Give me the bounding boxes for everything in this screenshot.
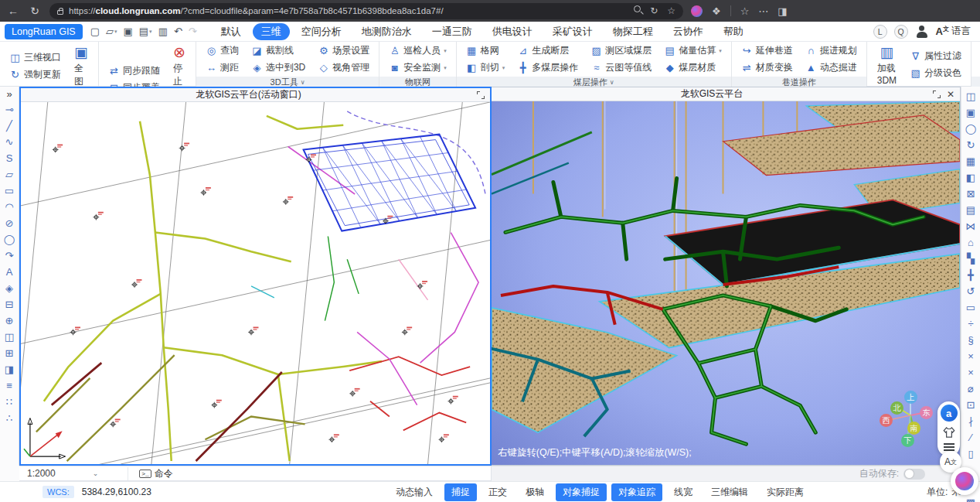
gizmo-down[interactable]: 下 bbox=[901, 434, 914, 447]
menu-tab-5[interactable]: 供电设计 bbox=[484, 23, 541, 40]
undo-icon[interactable]: ↶ bbox=[174, 26, 182, 37]
extend-line-icon[interactable]: ∕ bbox=[963, 429, 979, 446]
align-left-tool[interactable]: ⊟ bbox=[2, 296, 18, 312]
ribbon-button-grid[interactable]: ▦格网 bbox=[464, 43, 507, 58]
status-toggle-8[interactable]: 实际距离 bbox=[760, 483, 811, 501]
ribbon-button-cutting-line[interactable]: ◪截割线 bbox=[250, 43, 307, 58]
draw-rectangle-tool[interactable]: ▭ bbox=[2, 183, 18, 199]
orbit-icon[interactable]: ◯ bbox=[963, 121, 979, 137]
user-q-badge[interactable]: Q bbox=[894, 25, 908, 39]
menu-tab-4[interactable]: 一通三防 bbox=[424, 23, 481, 40]
ribbon-button-scene-settings[interactable]: ⚙场景设置 bbox=[316, 43, 371, 58]
status-toggle-0[interactable]: 动态输入 bbox=[389, 483, 440, 501]
assistant-logo-icon[interactable]: a bbox=[941, 405, 958, 422]
gizmo-west[interactable]: 西 bbox=[880, 414, 893, 427]
ribbon-button-multi-seam[interactable]: ╋多煤层操作 bbox=[516, 60, 580, 75]
ribbon-button-reserve-estimate[interactable]: ▤储量估算▾ bbox=[662, 43, 723, 58]
language-button[interactable]: A文语言 bbox=[936, 25, 971, 38]
maximize-icon[interactable] bbox=[932, 90, 941, 99]
ribbon-button-extend-tunnel[interactable]: ↪延伸巷道 bbox=[740, 43, 795, 58]
rotate-icon[interactable]: ↺ bbox=[963, 283, 979, 299]
draw-point-tool[interactable]: ⊸ bbox=[2, 101, 18, 118]
gizmo-up[interactable]: 上 bbox=[904, 391, 917, 404]
collections-icon[interactable]: ☆ bbox=[740, 5, 750, 17]
print-icon[interactable]: ▥ bbox=[158, 26, 168, 37]
clip-cube-icon[interactable]: ◧ bbox=[963, 169, 979, 186]
break-line-icon[interactable]: ∤ bbox=[963, 413, 979, 429]
status-toggle-5[interactable]: 对象追踪 bbox=[611, 483, 662, 501]
align-top-tool[interactable]: ◫ bbox=[2, 329, 18, 345]
ribbon-button-query[interactable]: ◎查询 bbox=[204, 43, 240, 58]
profile-sidebar-icon[interactable]: ◨ bbox=[778, 5, 787, 17]
move-icon[interactable]: ╋ bbox=[963, 267, 979, 283]
gizmo-south[interactable]: 南 bbox=[907, 422, 920, 435]
ribbon-button-measure-distance[interactable]: ↔测距 bbox=[204, 60, 240, 75]
ribbon-button-excavation-plan[interactable]: ∩掘进规划 bbox=[804, 43, 859, 58]
redo-icon[interactable]: ↷ bbox=[189, 26, 197, 37]
status-toggle-1[interactable]: 捕捉 bbox=[444, 483, 477, 501]
ribbon-button-measure-region-seam[interactable]: ▨测区域煤层 bbox=[589, 43, 653, 58]
menu-tab-6[interactable]: 采矿设计 bbox=[544, 23, 601, 40]
draw-text-tool[interactable]: A bbox=[2, 264, 18, 280]
menu-tab-2[interactable]: 空间分析 bbox=[293, 23, 350, 40]
ribbon-button-section-cut[interactable]: ◧剖切▾ bbox=[464, 60, 507, 75]
draw-circle-tool[interactable]: ⊘ bbox=[2, 215, 18, 231]
ribbon-button-sync-follow[interactable]: ⇄同步跟随 bbox=[107, 63, 162, 78]
align-middle-tool[interactable]: ⊞ bbox=[2, 345, 18, 361]
map-grid-icon[interactable]: ▦ bbox=[963, 153, 979, 169]
measure-icon[interactable]: ⌀ bbox=[963, 381, 979, 397]
divide-icon[interactable]: ÷ bbox=[963, 316, 979, 332]
draw-line-tool[interactable]: ╱ bbox=[2, 118, 18, 134]
open-file-icon[interactable]: ▱▾ bbox=[106, 26, 117, 37]
gizmo-north[interactable]: 北 bbox=[890, 401, 903, 415]
zoom-page-icon[interactable] bbox=[634, 5, 641, 12]
ribbon-button-full-extent[interactable]: ▣全图 bbox=[72, 43, 90, 88]
draw-arc-reverse-tool[interactable]: ↷ bbox=[2, 248, 18, 264]
account-icon[interactable] bbox=[915, 25, 929, 39]
maximize-icon[interactable] bbox=[476, 90, 485, 100]
delete-icon[interactable]: ⊠ bbox=[963, 186, 979, 202]
panel-expander-icon[interactable]: » bbox=[6, 88, 12, 101]
menu-tab-0[interactable]: 默认 bbox=[213, 23, 250, 40]
bookmark-star-icon[interactable]: ☆ bbox=[667, 5, 675, 16]
ribbon-button-view-manager[interactable]: ◇视角管理 bbox=[316, 60, 371, 75]
status-toggle-4[interactable]: 对象捕捉 bbox=[556, 483, 607, 501]
address-bar[interactable]: https://cloud.longruan.com/?cmd=cloudfil… bbox=[49, 3, 683, 19]
brain-extension-icon[interactable] bbox=[691, 5, 703, 17]
extension-fab-button[interactable] bbox=[951, 467, 978, 495]
spring-icon[interactable]: § bbox=[963, 332, 979, 348]
stretch-rect-icon[interactable]: ▭ bbox=[963, 299, 979, 316]
autosave-toggle[interactable] bbox=[903, 469, 925, 480]
crop-region-icon[interactable]: ⊡ bbox=[963, 397, 979, 413]
status-toggle-7[interactable]: 三维编辑 bbox=[704, 483, 755, 501]
hatch-tool[interactable]: ◈ bbox=[2, 280, 18, 296]
full-extent-icon[interactable]: ▣ bbox=[963, 104, 979, 121]
status-toggle-6[interactable]: 线宽 bbox=[667, 483, 699, 501]
array-icon[interactable]: ▚ bbox=[963, 251, 979, 267]
draw-revcloud-tool[interactable]: ◯ bbox=[2, 231, 18, 248]
ribbon-button-seam-material[interactable]: ◆煤层材质 bbox=[662, 60, 723, 75]
back-icon[interactable]: ← bbox=[6, 5, 20, 17]
extend-trim-icon[interactable]: × bbox=[963, 364, 979, 381]
trim-icon[interactable]: × bbox=[963, 348, 979, 364]
extensions-puzzle-icon[interactable]: ❖ bbox=[712, 5, 721, 17]
close-icon[interactable]: ✕ bbox=[946, 90, 955, 99]
viewport-3d-icon[interactable]: ◫ bbox=[963, 88, 979, 104]
chevron-down-icon[interactable]: ∨ bbox=[610, 79, 614, 86]
chevron-down-icon[interactable]: ⌄ bbox=[93, 470, 99, 477]
menu-tab-8[interactable]: 云协作 bbox=[665, 23, 712, 40]
distribute-horizontal-tool[interactable]: ≡ bbox=[2, 377, 18, 394]
status-toggle-2[interactable]: 正交 bbox=[481, 483, 514, 501]
ribbon-button-force-refresh[interactable]: ↻强制更新 bbox=[8, 67, 63, 82]
menu-tab-7[interactable]: 物探工程 bbox=[604, 23, 662, 40]
sync-rotate-icon[interactable]: ↻ bbox=[963, 137, 979, 153]
mirror-icon[interactable]: ⋈ bbox=[963, 218, 979, 234]
ribbon-button-contour-map[interactable]: ≈云图等值线 bbox=[589, 60, 653, 75]
menu-tab-3[interactable]: 地测防治水 bbox=[353, 23, 420, 40]
wcs-badge[interactable]: WCS: bbox=[43, 486, 74, 498]
node-rect-icon[interactable]: ▯ bbox=[963, 446, 979, 462]
extrude-icon[interactable]: ⌂ bbox=[963, 234, 979, 251]
ribbon-button-safety-monitor[interactable]: ◙安全监测▾ bbox=[387, 60, 448, 75]
new-document-icon[interactable]: ▤▾ bbox=[139, 26, 152, 37]
menu-tab-9[interactable]: 帮助 bbox=[715, 23, 752, 40]
